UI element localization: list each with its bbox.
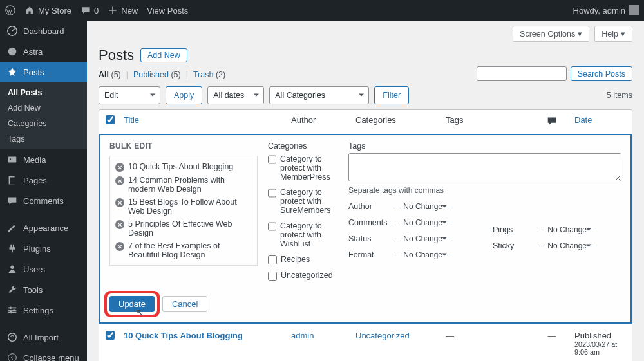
row-tags: —: [446, 331, 529, 340]
row-date: Published2023/03/27 at 9:06 am: [574, 331, 625, 356]
search-input[interactable]: [477, 66, 567, 81]
view-posts[interactable]: View Posts: [147, 6, 188, 15]
sidebar-sub-addnew[interactable]: Add New: [0, 100, 87, 116]
avatar: [629, 5, 639, 15]
format-select[interactable]: — No Change —: [393, 250, 452, 259]
posts-table: Title Author Categories Tags Date BULK E…: [99, 109, 632, 361]
bulk-cat-option[interactable]: Category to protect with SureMembers: [268, 188, 338, 215]
select-all-checkbox[interactable]: [106, 115, 115, 124]
remove-icon[interactable]: ✕: [115, 242, 124, 251]
bulk-cat-option[interactable]: Uncategorized: [268, 271, 338, 281]
status-select[interactable]: — No Change —: [393, 234, 452, 243]
pings-label: Pings: [493, 225, 531, 234]
svg-point-7: [10, 266, 14, 269]
site-home[interactable]: My Store: [24, 5, 71, 15]
svg-rect-3: [8, 157, 17, 163]
tags-hint: Separate tags with commas: [348, 186, 621, 195]
author-link[interactable]: admin: [291, 331, 314, 340]
bulk-action-select[interactable]: Edit: [99, 86, 160, 104]
category-checkbox[interactable]: [268, 189, 276, 198]
remove-icon[interactable]: ✕: [115, 220, 124, 229]
sidebar-item-settings[interactable]: Settings: [0, 300, 87, 320]
bulk-selected-posts: ✕10 Quick Tips About Blogging ✕14 Common…: [109, 156, 258, 266]
tags-section-label: Tags: [348, 142, 621, 151]
svg-point-12: [13, 309, 15, 311]
col-date[interactable]: Date: [574, 115, 625, 129]
svg-rect-6: [10, 178, 15, 185]
bulk-cat-option[interactable]: Recipes: [268, 255, 338, 264]
sidebar-item-media[interactable]: Media: [0, 149, 87, 170]
category-checkbox[interactable]: [268, 222, 276, 231]
sidebar-item-comments[interactable]: Comments: [0, 190, 87, 211]
filter-button[interactable]: Filter: [374, 86, 409, 104]
categories-section-label: Categories: [268, 142, 338, 151]
sidebar-item-users[interactable]: Users: [0, 259, 87, 279]
sidebar-sub-allposts[interactable]: All Posts: [0, 85, 87, 100]
comments-select[interactable]: — No Change —: [393, 218, 452, 227]
item-count: 5 items: [607, 91, 632, 100]
remove-icon[interactable]: ✕: [115, 163, 124, 172]
author-select[interactable]: — No Change —: [393, 202, 452, 211]
row-checkbox[interactable]: [106, 331, 115, 340]
sidebar-item-posts[interactable]: Posts: [0, 62, 87, 82]
sticky-select[interactable]: — No Change —: [538, 241, 596, 250]
dates-select[interactable]: All dates: [207, 86, 264, 104]
howdy-user[interactable]: Howdy, admin: [573, 5, 639, 15]
category-checkbox[interactable]: [268, 272, 277, 281]
sidebar-sub-categories[interactable]: Categories: [0, 116, 87, 131]
post-title-link[interactable]: 10 Quick Tips About Blogging: [124, 331, 243, 340]
remove-icon[interactable]: ✕: [115, 198, 124, 207]
chevron-down-icon: ▾: [621, 29, 625, 39]
posts-submenu: All Posts Add New Categories Tags: [0, 82, 87, 149]
remove-icon[interactable]: ✕: [115, 176, 124, 185]
pings-select[interactable]: — No Change —: [538, 225, 596, 234]
bulk-edit-panel: BULK EDIT ✕10 Quick Tips About Blogging …: [99, 134, 632, 324]
cancel-button[interactable]: Cancel: [162, 296, 207, 312]
filter-all[interactable]: All: [99, 70, 109, 79]
bulk-cat-option[interactable]: Category to protect with WishList: [268, 221, 338, 248]
sidebar-collapse[interactable]: Collapse menu: [0, 347, 87, 361]
categories-select[interactable]: All Categories: [269, 86, 369, 104]
sidebar-item-astra[interactable]: Astra: [0, 41, 87, 62]
sidebar-sub-tags[interactable]: Tags: [0, 131, 87, 147]
col-tags: Tags: [446, 115, 529, 129]
status-label: Status: [348, 234, 387, 243]
col-author: Author: [291, 115, 355, 129]
category-checkbox[interactable]: [268, 255, 277, 264]
category-link[interactable]: Uncategorized: [355, 331, 410, 340]
site-name: My Store: [38, 6, 71, 15]
sidebar-item-pages[interactable]: Pages: [0, 170, 87, 190]
wp-logo[interactable]: [5, 5, 15, 15]
bulk-edit-heading: BULK EDIT: [109, 142, 258, 151]
svg-point-14: [8, 333, 17, 342]
help-button[interactable]: Help ▾: [594, 26, 632, 42]
search-posts-button[interactable]: Search Posts: [571, 66, 632, 81]
comments-count[interactable]: 0: [80, 5, 99, 15]
author-label: Author: [348, 202, 387, 211]
sidebar-item-appearance[interactable]: Appearance: [0, 218, 87, 238]
admin-topbar: My Store 0 New View Posts Howdy, admin: [0, 0, 644, 21]
bulk-tags-input[interactable]: [348, 153, 621, 181]
col-comments-icon[interactable]: [529, 115, 574, 129]
col-title[interactable]: Title: [124, 115, 291, 129]
svg-point-11: [10, 307, 12, 310]
screen-options-button[interactable]: Screen Options ▾: [513, 26, 589, 42]
table-row: 10 Quick Tips About Blogging admin Uncat…: [99, 324, 632, 361]
filter-trash[interactable]: Trash: [193, 70, 214, 79]
new-content[interactable]: New: [108, 5, 138, 15]
table-header: Title Author Categories Tags Date: [99, 110, 632, 134]
bulk-cat-option[interactable]: Category to protect with MemberPress: [268, 154, 338, 181]
update-button[interactable]: Update: [109, 296, 155, 312]
sidebar-item-plugins[interactable]: Plugins: [0, 238, 87, 259]
sidebar-item-allimport[interactable]: All Import: [0, 327, 87, 347]
svg-point-15: [8, 354, 17, 361]
category-checkbox[interactable]: [268, 155, 276, 164]
add-new-button[interactable]: Add New: [140, 48, 187, 62]
admin-sidebar: Dashboard Astra Posts All Posts Add New …: [0, 21, 87, 361]
sidebar-item-dashboard[interactable]: Dashboard: [0, 21, 87, 41]
sidebar-item-tools[interactable]: Tools: [0, 279, 87, 300]
svg-point-13: [10, 311, 12, 314]
bulk-post-item: ✕10 Quick Tips About Blogging: [114, 160, 253, 174]
apply-button[interactable]: Apply: [166, 86, 202, 104]
filter-published[interactable]: Published: [133, 70, 169, 79]
